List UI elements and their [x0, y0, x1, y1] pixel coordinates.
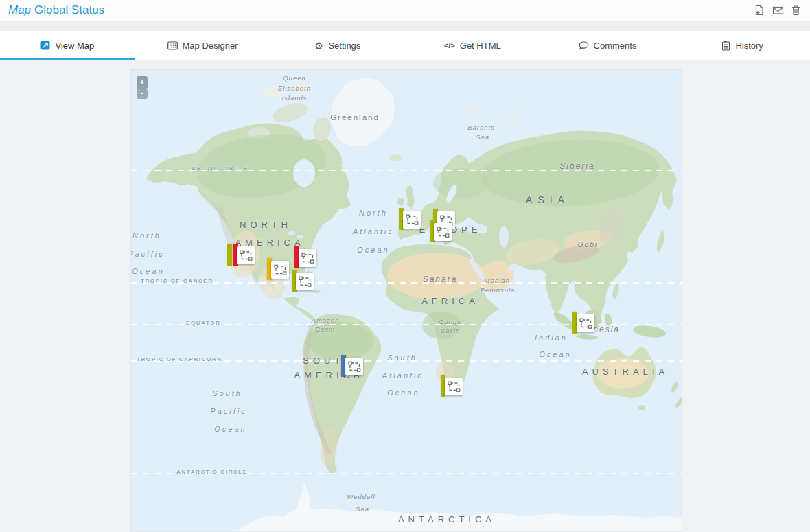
tab-bar: View Map Map Designer ⚙ Settings </> Get…: [0, 31, 810, 60]
tab-view-map[interactable]: View Map: [0, 31, 135, 60]
placeholder-image-icon: [448, 381, 461, 393]
map-label: Ocean: [132, 267, 164, 275]
map-label: AFRICA: [421, 296, 479, 306]
latitude-line: TROPIC OF CANCER: [131, 282, 682, 284]
latitude-line-label: TROPIC OF CANCER: [141, 278, 213, 284]
marker-tile[interactable]: [445, 378, 463, 395]
map-label: Sea: [356, 505, 369, 513]
map-label: AUSTRALIA: [582, 367, 669, 377]
map-label: Ocean: [539, 350, 571, 358]
tab-settings[interactable]: ⚙ Settings: [270, 31, 405, 60]
placeholder-image-icon: [579, 318, 592, 329]
latitude-line-label: EQUATOR: [186, 320, 220, 326]
map-label: NORTH: [240, 220, 292, 230]
page-title-text: Global Status: [34, 3, 104, 16]
map-label: Basin: [316, 325, 336, 333]
map-marker[interactable]: [399, 208, 421, 230]
history-icon: [721, 41, 730, 51]
placeholder-image-icon: [301, 253, 314, 264]
code-icon: </>: [444, 41, 455, 49]
map-label: ANTARCTICA: [398, 514, 496, 524]
latitude-line-label: ARCTIC CIRCLE: [192, 165, 248, 172]
latitude-line-label: ANTARCTIC CIRCLE: [176, 469, 248, 475]
map-marker[interactable]: [292, 270, 314, 292]
map-label: Pacific: [130, 250, 165, 258]
comments-icon: [579, 41, 589, 50]
marker-tile[interactable]: [271, 261, 289, 279]
zoom-in-button[interactable]: +: [137, 76, 148, 89]
marker-tile[interactable]: [434, 223, 452, 241]
map-label: Islands: [281, 94, 307, 102]
tab-label: History: [735, 41, 763, 51]
map-label: Atlantic: [382, 371, 424, 380]
header-divider-strip: [0, 21, 810, 31]
latitude-line: ARCTIC CIRCLE: [131, 170, 682, 171]
map-label: Sahara: [423, 275, 458, 284]
email-icon[interactable]: [772, 5, 783, 16]
header-actions: [754, 5, 802, 16]
map-label: Elizabeth: [278, 84, 311, 92]
settings-gear-icon: ⚙: [314, 41, 323, 51]
map-marker[interactable]: [430, 220, 452, 242]
map-label: Congo: [439, 318, 462, 325]
placeholder-image-icon: [299, 276, 312, 288]
map-label: South: [387, 354, 417, 362]
map-marker[interactable]: [227, 244, 255, 266]
tab-label: View Map: [55, 41, 94, 51]
tab-label: Get HTML: [460, 41, 501, 51]
map-label: ASIA: [526, 194, 570, 205]
delete-icon[interactable]: [791, 5, 802, 16]
tab-history[interactable]: History: [675, 31, 810, 60]
map-label: Barents: [467, 124, 495, 131]
tab-get-html[interactable]: </> Get HTML: [405, 31, 540, 60]
marker-tile[interactable]: [237, 246, 255, 264]
map-marker[interactable]: [267, 258, 289, 280]
map-label: North: [132, 231, 161, 240]
map-marker[interactable]: [572, 312, 594, 334]
tab-label: Map Designer: [183, 41, 238, 51]
map-label: Queen: [283, 74, 306, 82]
latitude-line-label: TROPIC OF CAPRICORN: [137, 356, 222, 362]
page-title-prefix: Map: [8, 3, 31, 16]
map-marker[interactable]: [441, 375, 463, 397]
marker-tile[interactable]: [299, 249, 316, 267]
view-map-icon: [40, 41, 50, 50]
world-map-graphic: [131, 70, 682, 532]
map-label: Amazon: [312, 316, 340, 324]
map-label: Basin: [441, 327, 461, 334]
map-marker[interactable]: [341, 355, 363, 377]
map-label: Ocean: [357, 246, 389, 254]
placeholder-image-icon: [240, 250, 253, 262]
marker-tile[interactable]: [296, 273, 314, 290]
page-title: MapGlobal Status: [8, 3, 104, 17]
map-label: Greenland: [330, 113, 380, 122]
map-label: Arabian: [483, 277, 510, 284]
tab-map-designer[interactable]: Map Designer: [135, 31, 270, 60]
marker-tile[interactable]: [345, 358, 363, 375]
marker-tile[interactable]: [577, 314, 594, 332]
tab-label: Settings: [328, 41, 360, 51]
placeholder-image-icon: [437, 227, 450, 238]
tab-comments[interactable]: Comments: [540, 31, 675, 60]
placeholder-image-icon: [348, 361, 361, 373]
map-marker[interactable]: [294, 246, 316, 268]
map-label: Pacific: [210, 407, 246, 415]
map-label: North: [359, 209, 388, 217]
marker-status-bar-olive: [227, 244, 232, 266]
placeholder-image-icon: [406, 214, 419, 226]
map-label: Indian: [535, 334, 568, 342]
latitude-line: ANTARCTIC CIRCLE: [131, 473, 682, 474]
map-label: Peninsula: [481, 286, 516, 294]
map-label: South: [212, 389, 242, 397]
map-zoom-control: + -: [137, 76, 148, 99]
tab-label: Comments: [594, 41, 637, 51]
app-header: MapGlobal Status: [0, 0, 810, 21]
zoom-out-button[interactable]: -: [137, 89, 148, 99]
world-map[interactable]: + - ARCTIC CIRCLETROPIC OF CANCEREQUATOR…: [130, 69, 682, 532]
map-label: Atlantic: [353, 227, 394, 235]
marker-tile[interactable]: [403, 211, 421, 229]
placeholder-image-icon: [274, 264, 287, 276]
map-label: Weddell: [347, 493, 375, 500]
map-designer-icon: [167, 41, 178, 50]
add-document-icon[interactable]: [754, 5, 765, 16]
